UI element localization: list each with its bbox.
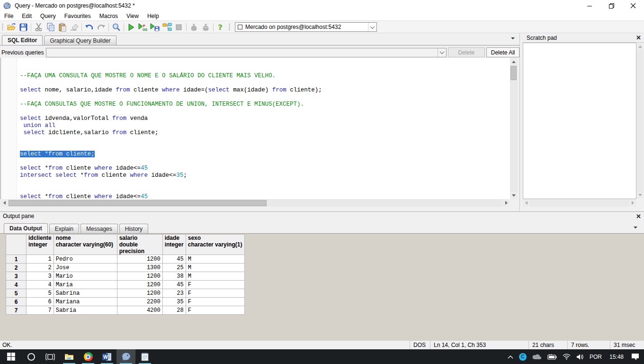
cell-nome[interactable]: Maria (54, 281, 117, 289)
row-number-cell[interactable]: 1 (6, 255, 27, 264)
cell-idade[interactable]: 45 (162, 281, 186, 289)
output-tab-data-output[interactable]: Data Output (4, 223, 48, 233)
output-tab-list-dropdown-icon[interactable] (634, 227, 637, 228)
word-button[interactable]: W (98, 349, 116, 364)
close-button[interactable] (622, 0, 644, 11)
scratch-pad-close-icon[interactable]: ✕ (636, 34, 641, 41)
rollback-icon[interactable] (200, 22, 212, 32)
cell-nome[interactable]: Jose (54, 264, 117, 272)
tab-sql-editor[interactable]: SQL Editor (2, 35, 43, 45)
onedrive-icon[interactable] (529, 349, 545, 364)
cell-idcliente[interactable]: 6 (27, 298, 54, 306)
start-button[interactable] (0, 349, 22, 364)
notepad-button[interactable] (135, 349, 154, 364)
chrome-button[interactable] (79, 349, 98, 364)
wifi-icon[interactable] (560, 349, 573, 364)
cell-sexo[interactable]: M (186, 272, 244, 281)
cell-idcliente[interactable]: 3 (27, 272, 54, 281)
panel-splitter[interactable] (519, 33, 523, 211)
row-number-cell[interactable]: 4 (6, 281, 27, 289)
menu-item-file[interactable]: File (0, 12, 18, 20)
cell-nome[interactable]: Pedro (54, 255, 117, 264)
column-header-salario[interactable]: salariodouble precision (117, 235, 162, 255)
connection-combo-arrow[interactable] (368, 23, 376, 31)
cell-idcliente[interactable]: 1 (27, 255, 54, 264)
cortana-button[interactable] (22, 349, 41, 364)
editor-tab-list-dropdown-icon[interactable] (511, 37, 515, 39)
tray-c-app-icon[interactable]: C (516, 349, 529, 364)
toolbar-grip[interactable] (228, 23, 231, 31)
cell-idade[interactable]: 23 (162, 289, 186, 298)
menu-item-query[interactable]: Query (36, 12, 60, 20)
editor-horizontal-scrollbar[interactable] (0, 199, 510, 207)
connection-combo[interactable]: Mercado on postgres@localhost:5432 (235, 22, 377, 32)
cell-salario[interactable]: 4200 (117, 306, 162, 315)
commit-icon[interactable] (188, 22, 200, 32)
row-number-cell[interactable]: 5 (6, 289, 27, 298)
cell-salario[interactable]: 1200 (117, 289, 162, 298)
menu-item-help[interactable]: Help (143, 12, 163, 20)
tray-chevron-icon[interactable] (505, 349, 516, 364)
editor-vertical-scrollbar[interactable] (510, 58, 518, 199)
help-icon[interactable]: ? (215, 22, 227, 32)
row-number-cell[interactable]: 6 (6, 298, 27, 306)
scratch-pad-vertical-scrollbar[interactable] (636, 43, 644, 199)
delete-all-button[interactable]: Delete All (486, 47, 519, 57)
cell-sexo[interactable]: F (186, 298, 244, 306)
menu-item-macros[interactable]: Macros (95, 12, 122, 20)
cell-sexo[interactable]: F (186, 281, 244, 289)
cell-salario[interactable]: 2200 (117, 298, 162, 306)
output-tab-history[interactable]: History (119, 224, 148, 233)
column-header-sexo[interactable]: sexocharacter varying(1) (186, 235, 244, 255)
output-tab-messages[interactable]: Messages (80, 224, 118, 233)
tab-graphical-query-builder[interactable]: Graphical Query Builder (44, 36, 116, 45)
sql-editor[interactable]: --FAÇA UMA CONSULTA QUE MOSTRE O NOME E … (0, 58, 510, 199)
cell-idade[interactable]: 38 (162, 272, 186, 281)
cell-nome[interactable]: Sabria (54, 306, 117, 315)
execute-to-file-icon[interactable] (149, 22, 161, 32)
execute-pgscript-icon[interactable]: P GS (137, 22, 149, 32)
cut-icon[interactable] (33, 22, 45, 32)
task-view-button[interactable] (41, 349, 60, 364)
delete-button[interactable]: Delete (448, 47, 485, 57)
previous-queries-combo[interactable] (46, 48, 446, 57)
open-file-icon[interactable] (6, 22, 18, 32)
cell-idcliente[interactable]: 7 (27, 306, 54, 315)
output-pane-close-icon[interactable]: ✕ (636, 213, 641, 220)
undo-icon[interactable] (83, 22, 95, 32)
cell-idade[interactable]: 35 (162, 298, 186, 306)
column-header-idade[interactable]: idadeinteger (162, 235, 186, 255)
cell-idcliente[interactable]: 4 (27, 281, 54, 289)
clear-window-icon[interactable] (68, 22, 80, 32)
find-icon[interactable] (110, 22, 122, 32)
result-grid[interactable]: idclienteintegernomecharacter varying(60… (6, 234, 245, 315)
pane-splitter[interactable] (0, 207, 519, 211)
cell-nome[interactable]: Mario (54, 272, 117, 281)
cell-idade[interactable]: 25 (162, 264, 186, 272)
cell-sexo[interactable]: F (186, 289, 244, 298)
scratch-pad-horizontal-scrollbar[interactable] (523, 199, 636, 207)
column-header-nome[interactable]: nomecharacter varying(60) (54, 235, 117, 255)
paste-icon[interactable] (56, 22, 68, 32)
language-indicator[interactable]: POR (587, 349, 605, 364)
volume-icon[interactable] (573, 349, 587, 364)
redo-icon[interactable] (95, 22, 107, 32)
cell-salario[interactable]: 1200 (117, 272, 162, 281)
scratch-pad-textarea[interactable] (523, 43, 636, 199)
cell-nome[interactable]: Sabrina (54, 289, 117, 298)
explain-query-icon[interactable] (161, 22, 173, 32)
cell-nome[interactable]: Mariana (54, 298, 117, 306)
menu-item-edit[interactable]: Edit (18, 12, 36, 20)
cell-salario[interactable]: 1300 (117, 264, 162, 272)
clock[interactable]: 15:48 (605, 349, 628, 364)
copy-icon[interactable] (45, 22, 56, 32)
column-header-idcliente[interactable]: idclienteinteger (27, 235, 54, 255)
previous-queries-combo-arrow[interactable] (438, 48, 446, 57)
output-tab-explain[interactable]: Explain (49, 224, 79, 233)
execute-query-icon[interactable] (125, 22, 137, 32)
minimize-button[interactable] (579, 0, 600, 11)
row-number-cell[interactable]: 7 (6, 306, 27, 315)
menu-item-view[interactable]: View (122, 12, 143, 20)
cell-idcliente[interactable]: 5 (27, 289, 54, 298)
cell-sexo[interactable]: F (186, 306, 244, 315)
